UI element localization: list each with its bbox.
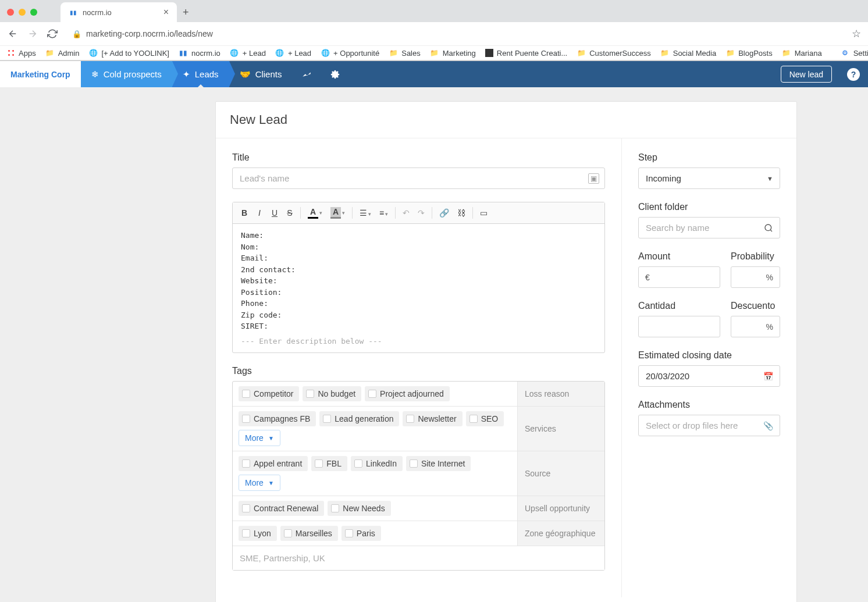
attachments-input[interactable] [638,415,780,436]
tag-label: SEO [481,414,499,423]
tag-chip[interactable]: Campagnes FB [239,411,316,426]
tag-chip[interactable]: Project adjourned [365,386,450,401]
bookmark-item[interactable]: 📁Admin [45,48,80,58]
underline-button[interactable]: U [268,206,282,220]
tag-chip[interactable]: LinkedIn [351,456,403,471]
tag-label: Lyon [254,529,271,538]
tag-more-button[interactable]: More▼ [239,475,280,491]
checkbox-icon [410,459,418,468]
side-column: Step Incoming ▼ Client folder Amount [622,138,796,597]
tag-chip[interactable]: Competitor [239,386,299,401]
bookmark-item[interactable]: 📁BlogPosts [725,48,773,58]
tag-chip[interactable]: Marseilles [280,526,338,541]
tag-label: Competitor [254,389,293,398]
closing-date-input[interactable] [638,365,780,387]
unordered-list-button[interactable]: ☰▾ [356,206,375,220]
new-lead-button[interactable]: New lead [781,66,832,83]
url-box[interactable]: 🔒 marketing-corp.nocrm.io/leads/new [64,26,846,42]
tag-label: No budget [318,389,355,398]
text-color-button[interactable]: A▾ [304,205,326,221]
tag-chip[interactable]: Newsletter [403,411,462,426]
window-close[interactable] [7,9,14,16]
tag-freetext-input[interactable] [233,546,604,570]
bookmark-item[interactable]: ⚙Settings [841,48,868,58]
title-label: Title [232,152,605,163]
tab-close-icon[interactable]: × [163,7,169,17]
nav-reload-button[interactable] [47,28,58,40]
snowflake-icon: ❄ [91,69,99,80]
paperclip-icon[interactable]: 📎 [763,421,773,430]
client-folder-search[interactable] [638,217,780,238]
bookmark-item[interactable]: 🌐+ Opportunité [321,48,379,58]
cantidad-input[interactable] [638,316,720,337]
bookmark-star-icon[interactable]: ☆ [852,27,861,40]
tag-chip[interactable]: No budget [303,386,361,401]
tag-chip[interactable]: SEO [466,411,504,426]
bookmark-item[interactable]: ▮▮nocrm.io [179,48,220,58]
redo-button[interactable]: ↷ [414,206,428,220]
step-select[interactable]: Incoming [638,168,780,189]
link-button[interactable]: 🔗 [436,206,453,220]
bookmark-item[interactable]: 📁Sales [389,48,421,58]
browser-tab-active[interactable]: ▮▮ nocrm.io × [61,2,177,22]
nav-forward-button[interactable] [27,28,38,40]
bookmark-item[interactable]: 📁Mariana [782,48,822,58]
bookmark-item[interactable]: 📁Marketing [430,48,476,58]
bookmark-label: + Lead [288,49,311,58]
lead-name-input[interactable] [232,168,605,189]
bookmark-item[interactable]: Rent Puente Creati... [485,49,567,58]
italic-button[interactable]: I [252,206,266,220]
nav-back-button[interactable] [7,28,19,40]
highlight-color-button[interactable]: A▾ [327,205,348,221]
tag-chip[interactable]: FBL [311,456,347,471]
checkbox-icon [354,459,362,468]
bookmark-label: + Opportunité [333,49,379,58]
tag-chip[interactable]: Site Internet [406,456,471,471]
bookmark-item[interactable]: 🌐+ Lead [230,48,266,58]
descuento-label: Descuento [731,301,780,311]
tag-chip[interactable]: Appel entrant [239,456,308,471]
calendar-icon[interactable]: 📅 [763,372,773,381]
bold-button[interactable]: B [237,206,251,220]
nav-tab-cold-prospects[interactable]: ❄ Cold prospects [81,61,172,87]
tag-chip[interactable]: Contract Renewal [239,501,324,516]
tag-cells: CompetitorNo budgetProject adjourned [233,382,517,406]
nav-tab-clients[interactable]: 🤝 Clients [229,61,293,87]
tags-box: CompetitorNo budgetProject adjournedLoss… [232,381,605,571]
vcard-icon[interactable]: ▣ [588,173,599,184]
window-maximize[interactable] [30,9,37,16]
checkbox-icon [368,390,376,398]
tag-chip[interactable]: Paris [341,526,381,541]
bookmark-item[interactable]: 🌐+ Lead [275,48,311,58]
bookmark-label: + Lead [243,49,266,58]
bookmark-item[interactable]: 📁CustomerSuccess [577,48,650,58]
checkbox-icon [323,415,331,423]
bookmarks-bar: Apps📁Admin🌐[+ Add to YOOLINK]▮▮nocrm.io🌐… [0,45,868,60]
nav-settings-button[interactable] [321,61,349,87]
tag-row: Appel entrantFBLLinkedInSite InternetMor… [233,451,604,496]
unlink-button[interactable]: ⛓ [454,206,469,220]
tag-chip[interactable]: Lead generation [319,411,399,426]
tag-row: CompetitorNo budgetProject adjournedLoss… [233,382,604,407]
ordered-list-button[interactable]: ≡▾ [376,206,392,220]
tag-chip[interactable]: New Needs [328,501,390,516]
nav-tab-leads[interactable]: ✦ Leads [172,61,229,87]
brand-label[interactable]: Marketing Corp [0,61,81,87]
window-minimize[interactable] [19,9,26,16]
bookmark-item[interactable]: Apps [7,49,36,58]
strikethrough-button[interactable]: S [283,206,297,220]
undo-button[interactable]: ↶ [399,206,413,220]
new-tab-button[interactable]: + [177,4,195,21]
bookmark-item[interactable]: 🌐[+ Add to YOOLINK] [89,48,169,58]
tag-chip[interactable]: Lyon [239,526,277,541]
bookmark-item[interactable]: 📁Social Media [660,48,716,58]
help-button[interactable]: ? [839,61,868,87]
editor-textarea[interactable]: Name: Nom: Email: 2nd contact: Website: … [233,224,604,352]
amount-input[interactable] [638,266,720,288]
more-label: More [245,478,264,487]
editor-placeholder: --- Enter description below --- [241,336,596,347]
tag-more-button[interactable]: More▼ [239,430,280,446]
nav-stats-button[interactable] [292,61,321,87]
search-icon[interactable] [764,223,773,233]
fullscreen-button[interactable]: ▭ [476,206,491,220]
